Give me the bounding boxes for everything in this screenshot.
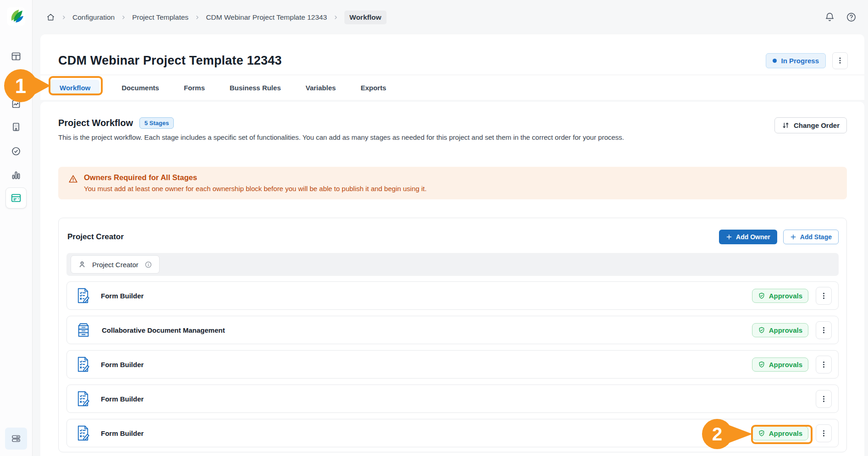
status-dot-icon [773,59,777,63]
approvals-badge[interactable]: Approvals [752,323,808,337]
chevron-right-icon [194,15,200,20]
stage-label: Collaborative Document Management [102,326,225,334]
person-icon [78,260,86,269]
approvals-label: Approvals [769,292,802,300]
sidebar-item-dashboard[interactable] [9,49,23,63]
kebab-icon [820,326,827,334]
ownership-chip-project-creator[interactable]: Project Creator [71,255,160,274]
sidebar-item-analytics[interactable] [9,168,23,182]
shield-check-icon [758,326,765,334]
warning-message: You must add at least one owner for each… [84,185,426,192]
stage-row-form-builder-4[interactable]: Form Builder Approvals [66,419,839,447]
add-stage-label: Add Stage [800,233,832,241]
chevron-right-icon [333,15,338,20]
add-stage-button[interactable]: Add Stage [783,230,839,244]
check-circle-icon [11,146,22,157]
workflow-description: This is the project workflow. Each stage… [58,133,624,141]
document-management-icon [75,321,92,339]
sidebar-item-templates[interactable] [6,187,27,209]
info-icon[interactable] [144,261,152,269]
stage-label: Form Builder [101,395,144,403]
tab-bar: Workflow Documents Forms Business Rules … [40,75,864,100]
sort-arrows-icon [782,121,790,129]
add-owner-button[interactable]: Add Owner [719,230,777,244]
stage-row-form-builder-2[interactable]: Form Builder Approvals [66,350,839,379]
tab-forms[interactable]: Forms [181,80,208,96]
app-logo[interactable] [7,7,25,26]
bell-icon [824,12,835,22]
approvals-badge-highlighted[interactable]: Approvals [752,426,808,440]
breadcrumb-template-name[interactable]: CDM Webinar Project Template 12343 [206,13,327,22]
breadcrumb-project-templates[interactable]: Project Templates [132,13,188,22]
chevron-right-icon [61,15,66,20]
stage-label: Form Builder [101,429,144,437]
home-icon[interactable] [46,13,55,22]
kebab-icon [820,429,827,437]
change-order-label: Change Order [794,121,840,129]
stage-kebab-menu-button[interactable] [816,287,832,305]
sidebar-item-tasks[interactable] [9,144,23,158]
tab-documents[interactable]: Documents [119,80,162,96]
topbar: Configuration Project Templates CDM Webi… [33,0,868,34]
approvals-label: Approvals [769,361,802,368]
image-icon [11,99,22,110]
shield-check-icon [758,429,765,437]
tab-exports[interactable]: Exports [358,80,389,96]
stage-kebab-menu-button[interactable] [816,356,832,374]
kebab-icon [820,361,827,368]
stage-row-form-builder-3[interactable]: Form Builder [66,385,839,413]
kebab-icon [820,395,827,403]
topbar-actions [824,12,857,22]
form-builder-icon [75,424,91,442]
stage-kebab-menu-button[interactable] [816,390,832,408]
tab-workflow[interactable]: Workflow [50,80,100,96]
stage-kebab-menu-button[interactable] [816,424,832,442]
chevron-right-icon [121,15,126,20]
help-icon [846,12,857,22]
project-creator-card: Project Creator Add Owner Add Stage [58,218,847,452]
ownership-block: Project Creator [66,253,839,276]
status-label: In Progress [781,57,819,65]
tab-business-rules[interactable]: Business Rules [227,80,284,96]
form-builder-icon [75,390,91,407]
building-icon [11,121,22,132]
notifications-bell-button[interactable] [824,12,835,22]
warning-title: Owners Required for All Stages [84,173,426,182]
change-order-button[interactable]: Change Order [774,117,847,133]
help-button[interactable] [846,12,857,22]
template-header-card: CDM Webinar Project Template 12343 In Pr… [40,34,864,100]
server-icon [10,433,22,445]
shield-check-icon [758,361,765,368]
form-builder-icon [75,356,91,373]
stage-kebab-menu-button[interactable] [816,321,832,339]
ownership-chip-label: Project Creator [92,261,138,269]
stage-row-collaborative-document-management[interactable]: Collaborative Document Management Approv… [66,316,839,344]
approvals-badge[interactable]: Approvals [752,289,808,303]
header-kebab-menu-button[interactable] [832,52,848,69]
approvals-label: Approvals [769,429,802,437]
stage-label: Form Builder [101,292,144,300]
sidebar-item-organization[interactable] [9,120,23,134]
approvals-badge[interactable]: Approvals [752,357,808,372]
approvals-label: Approvals [769,326,802,334]
breadcrumb-current: Workflow [344,11,386,24]
stage-count-badge: 5 Stages [139,117,174,129]
sidebar-item-media[interactable] [9,97,23,111]
logo-leaves-icon [8,8,24,25]
main-area: Configuration Project Templates CDM Webi… [33,0,868,456]
plus-icon [726,234,732,240]
breadcrumb-configuration[interactable]: Configuration [72,13,115,22]
sidebar [0,0,33,456]
workflow-heading: Project Workflow [58,118,133,128]
breadcrumb: Configuration Project Templates CDM Webi… [46,11,387,24]
stage-label: Form Builder [101,361,144,368]
tab-variables[interactable]: Variables [303,80,338,96]
workflow-panel: Project Workflow 5 Stages This is the pr… [40,102,864,456]
warning-triangle-icon [68,174,78,192]
page-title: CDM Webinar Project Template 12343 [58,54,282,68]
kebab-icon [836,57,844,64]
stage-row-form-builder-1[interactable]: Form Builder Approvals [66,281,839,310]
add-owner-label: Add Owner [736,233,770,241]
sidebar-item-environments[interactable] [5,428,27,450]
templates-icon [10,192,22,204]
